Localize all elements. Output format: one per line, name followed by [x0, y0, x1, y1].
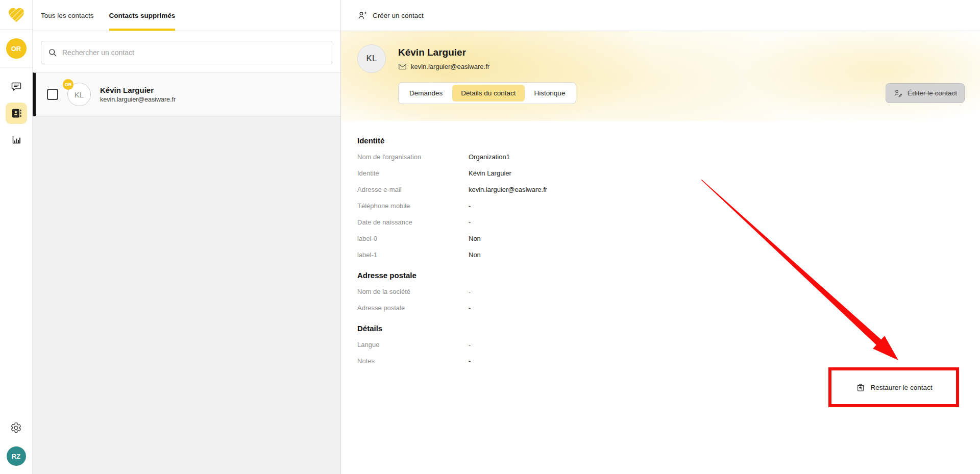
- field-row: Identité Kévin Larguier: [357, 165, 980, 181]
- field-value: Non: [469, 235, 481, 242]
- contact-header-name: Kévin Larguier: [398, 47, 489, 58]
- person-plus-icon: [357, 10, 368, 20]
- chat-bubble-icon: [10, 81, 22, 93]
- field-row: Langue -: [357, 336, 980, 353]
- contact-texts: Kévin Larguier kevin.larguier@easiware.f…: [100, 86, 176, 103]
- tab-all-contacts[interactable]: Tous les contacts: [41, 0, 94, 31]
- search-input[interactable]: [62, 48, 325, 57]
- section-title: Identité: [357, 136, 980, 145]
- app-logo: [0, 0, 32, 30]
- contact-detail-content: Identité Nom de l'organisation Organizat…: [341, 121, 980, 474]
- field-row: Date de naissance -: [357, 214, 980, 230]
- field-row: Adresse postale -: [357, 300, 980, 316]
- field-value: -: [469, 341, 471, 348]
- field-label: Adresse postale: [357, 304, 469, 312]
- tab-historique[interactable]: Historique: [526, 85, 574, 102]
- search-icon: [48, 48, 57, 57]
- bar-chart-icon: [10, 134, 22, 146]
- detail-tab-group: Demandes Détails du contact Historique: [398, 82, 576, 104]
- field-value: kevin.larguier@easiware.fr: [469, 186, 547, 193]
- field-label: Nom de la société: [357, 288, 469, 295]
- settings-button[interactable]: [6, 417, 27, 438]
- contact-search-box[interactable]: [41, 41, 332, 64]
- field-row: Téléphone mobile -: [357, 197, 980, 214]
- rail-nav: [6, 68, 27, 151]
- field-label: label-1: [357, 251, 469, 259]
- search-area: [33, 31, 340, 72]
- field-label: label-0: [357, 235, 469, 242]
- contact-list-panel: Tous les contacts Contacts supprimés KL …: [33, 0, 341, 474]
- restore-contact-label: Restaurer le contact: [871, 384, 933, 391]
- contact-header: KL Kévin Larguier kevin.larguier@easiwar…: [341, 31, 980, 121]
- contact-header-email-row: kevin.larguier@easiware.fr: [398, 63, 489, 70]
- contact-name: Kévin Larguier: [100, 86, 176, 94]
- nav-conversations-button[interactable]: [6, 76, 27, 97]
- field-value: -: [469, 304, 471, 312]
- contact-list-tabs: Tous les contacts Contacts supprimés: [33, 0, 340, 31]
- contact-header-texts: Kévin Larguier kevin.larguier@easiware.f…: [398, 47, 489, 70]
- contact-header-avatar: KL: [357, 44, 386, 73]
- field-value: -: [469, 357, 471, 365]
- field-label: Téléphone mobile: [357, 202, 469, 210]
- heart-logo-icon: [7, 6, 26, 23]
- tab-details-du-contact[interactable]: Détails du contact: [452, 85, 524, 102]
- org-avatar-section: OR: [0, 30, 32, 68]
- field-label: Nom de l'organisation: [357, 153, 469, 161]
- contact-email: kevin.larguier@easiware.fr: [100, 96, 176, 103]
- contact-header-row: KL Kévin Larguier kevin.larguier@easiwar…: [357, 44, 965, 73]
- main-topbar: Créer un contact: [341, 0, 980, 31]
- nav-stats-button[interactable]: [6, 129, 27, 151]
- trash-restore-icon: [855, 382, 866, 392]
- org-avatar[interactable]: OR: [6, 38, 27, 59]
- tab-deleted-contacts[interactable]: Contacts supprimés: [109, 0, 176, 31]
- section-title: Adresse postale: [357, 271, 980, 280]
- field-row: Adresse e-mail kevin.larguier@easiware.f…: [357, 181, 980, 197]
- field-row: Nom de l'organisation Organization1: [357, 148, 980, 165]
- person-edit-icon: [893, 88, 903, 98]
- restore-contact-button[interactable]: Restaurer le contact: [855, 382, 933, 392]
- user-avatar[interactable]: RZ: [7, 446, 26, 466]
- section-details: Détails Langue - Notes -: [357, 324, 980, 369]
- field-label: Adresse e-mail: [357, 186, 469, 193]
- edit-contact-button[interactable]: Éditer le contact: [886, 83, 965, 103]
- contact-avatar: KL OR: [67, 83, 91, 106]
- field-label: Notes: [357, 357, 469, 365]
- field-value: -: [469, 288, 471, 295]
- field-value: -: [469, 202, 471, 210]
- annotation-highlight-box: Restaurer le contact: [828, 367, 959, 407]
- field-row: label-0 Non: [357, 230, 980, 246]
- rail-bottom: RZ: [6, 417, 27, 474]
- field-value: Non: [469, 251, 481, 259]
- app-window: OR: [0, 0, 980, 474]
- field-label: Identité: [357, 169, 469, 177]
- contact-list-item[interactable]: KL OR Kévin Larguier kevin.larguier@easi…: [33, 72, 340, 116]
- section-identite: Identité Nom de l'organisation Organizat…: [357, 136, 980, 263]
- field-label: Date de naissance: [357, 218, 469, 226]
- envelope-icon: [398, 63, 407, 70]
- field-row: label-1 Non: [357, 246, 980, 263]
- nav-rail: OR: [0, 0, 33, 474]
- contact-header-email: kevin.larguier@easiware.fr: [411, 63, 489, 70]
- field-value: Kévin Larguier: [469, 169, 511, 177]
- field-value: -: [469, 218, 471, 226]
- address-book-icon: [10, 107, 22, 119]
- field-row: Nom de la société -: [357, 283, 980, 300]
- org-badge: OR: [63, 79, 74, 90]
- create-contact-button[interactable]: Créer un contact: [357, 10, 424, 20]
- field-label: Langue: [357, 341, 469, 348]
- contact-checkbox[interactable]: [47, 89, 58, 100]
- tab-demandes[interactable]: Demandes: [401, 85, 451, 102]
- gear-icon: [10, 422, 22, 434]
- nav-contacts-button[interactable]: [6, 103, 27, 124]
- field-value: Organization1: [469, 153, 510, 161]
- section-adresse-postale: Adresse postale Nom de la société - Adre…: [357, 271, 980, 316]
- header-tabs-row: Demandes Détails du contact Historique É…: [398, 82, 965, 104]
- section-title: Détails: [357, 324, 980, 333]
- edit-contact-label: Éditer le contact: [908, 89, 957, 97]
- create-contact-label: Créer un contact: [373, 12, 424, 19]
- field-row: Notes -: [357, 353, 980, 369]
